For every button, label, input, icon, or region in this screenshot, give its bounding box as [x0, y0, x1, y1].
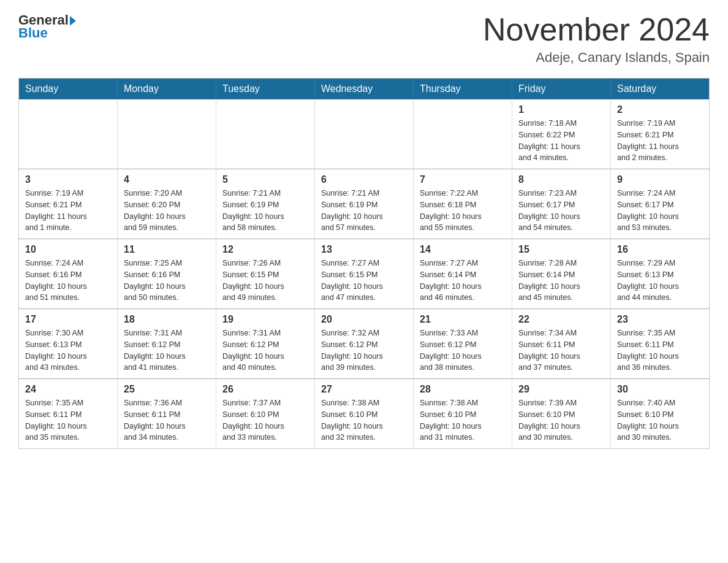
calendar-table: SundayMondayTuesdayWednesdayThursdayFrid… [18, 78, 710, 449]
weekday-header-wednesday: Wednesday [315, 79, 414, 100]
calendar-cell: 7Sunrise: 7:22 AM Sunset: 6:18 PM Daylig… [414, 169, 512, 239]
calendar-cell: 30Sunrise: 7:40 AM Sunset: 6:10 PM Dayli… [611, 379, 710, 449]
day-number: 8 [518, 174, 604, 185]
day-number: 16 [617, 244, 703, 255]
day-number: 20 [321, 314, 407, 325]
logo-arrow-icon [70, 16, 76, 26]
calendar-cell: 9Sunrise: 7:24 AM Sunset: 6:17 PM Daylig… [611, 169, 710, 239]
calendar-cell: 10Sunrise: 7:24 AM Sunset: 6:16 PM Dayli… [19, 239, 118, 309]
weekday-header-row: SundayMondayTuesdayWednesdayThursdayFrid… [19, 79, 710, 100]
day-number: 1 [518, 104, 604, 115]
day-number: 19 [222, 314, 308, 325]
day-number: 23 [617, 314, 703, 325]
calendar-cell: 29Sunrise: 7:39 AM Sunset: 6:10 PM Dayli… [512, 379, 611, 449]
day-info: Sunrise: 7:35 AM Sunset: 6:11 PM Dayligh… [617, 327, 703, 373]
day-number: 9 [617, 174, 703, 185]
day-info: Sunrise: 7:27 AM Sunset: 6:14 PM Dayligh… [420, 258, 506, 304]
day-number: 26 [222, 384, 308, 395]
calendar-cell: 22Sunrise: 7:34 AM Sunset: 6:11 PM Dayli… [512, 309, 611, 379]
calendar-cell: 11Sunrise: 7:25 AM Sunset: 6:16 PM Dayli… [118, 239, 216, 309]
calendar-week-row: 1Sunrise: 7:18 AM Sunset: 6:22 PM Daylig… [19, 99, 710, 169]
calendar-cell [118, 99, 216, 169]
day-number: 13 [321, 244, 407, 255]
day-number: 29 [518, 384, 604, 395]
weekday-header-sunday: Sunday [19, 79, 118, 100]
calendar-cell: 4Sunrise: 7:20 AM Sunset: 6:20 PM Daylig… [118, 169, 216, 239]
weekday-header-tuesday: Tuesday [216, 79, 315, 100]
day-info: Sunrise: 7:25 AM Sunset: 6:16 PM Dayligh… [124, 258, 210, 304]
day-number: 6 [321, 174, 407, 185]
calendar-cell: 17Sunrise: 7:30 AM Sunset: 6:13 PM Dayli… [19, 309, 118, 379]
calendar-cell: 27Sunrise: 7:38 AM Sunset: 6:10 PM Dayli… [315, 379, 414, 449]
calendar-cell: 18Sunrise: 7:31 AM Sunset: 6:12 PM Dayli… [118, 309, 216, 379]
calendar-cell [315, 99, 414, 169]
logo-blue-text: Blue [18, 25, 48, 41]
weekday-header-saturday: Saturday [611, 79, 710, 100]
calendar-cell: 26Sunrise: 7:37 AM Sunset: 6:10 PM Dayli… [216, 379, 315, 449]
day-info: Sunrise: 7:36 AM Sunset: 6:11 PM Dayligh… [124, 397, 210, 443]
calendar-cell: 23Sunrise: 7:35 AM Sunset: 6:11 PM Dayli… [611, 309, 710, 379]
day-info: Sunrise: 7:18 AM Sunset: 6:22 PM Dayligh… [518, 118, 604, 164]
weekday-header-friday: Friday [512, 79, 611, 100]
location-title: Adeje, Canary Islands, Spain [483, 50, 710, 66]
calendar-cell: 3Sunrise: 7:19 AM Sunset: 6:21 PM Daylig… [19, 169, 118, 239]
day-number: 4 [124, 174, 210, 185]
day-info: Sunrise: 7:31 AM Sunset: 6:12 PM Dayligh… [222, 327, 308, 373]
calendar-cell: 1Sunrise: 7:18 AM Sunset: 6:22 PM Daylig… [512, 99, 611, 169]
calendar-cell: 25Sunrise: 7:36 AM Sunset: 6:11 PM Dayli… [118, 379, 216, 449]
calendar-cell [414, 99, 512, 169]
day-info: Sunrise: 7:26 AM Sunset: 6:15 PM Dayligh… [222, 258, 308, 304]
calendar-cell [19, 99, 118, 169]
calendar-week-row: 10Sunrise: 7:24 AM Sunset: 6:16 PM Dayli… [19, 239, 710, 309]
calendar-cell: 13Sunrise: 7:27 AM Sunset: 6:15 PM Dayli… [315, 239, 414, 309]
month-title: November 2024 [483, 12, 710, 47]
day-info: Sunrise: 7:37 AM Sunset: 6:10 PM Dayligh… [222, 397, 308, 443]
calendar-cell: 28Sunrise: 7:38 AM Sunset: 6:10 PM Dayli… [414, 379, 512, 449]
day-number: 14 [420, 244, 506, 255]
day-number: 28 [420, 384, 506, 395]
calendar-cell: 14Sunrise: 7:27 AM Sunset: 6:14 PM Dayli… [414, 239, 512, 309]
calendar-week-row: 17Sunrise: 7:30 AM Sunset: 6:13 PM Dayli… [19, 309, 710, 379]
calendar-cell: 19Sunrise: 7:31 AM Sunset: 6:12 PM Dayli… [216, 309, 315, 379]
day-info: Sunrise: 7:28 AM Sunset: 6:14 PM Dayligh… [518, 258, 604, 304]
day-info: Sunrise: 7:35 AM Sunset: 6:11 PM Dayligh… [25, 397, 111, 443]
day-info: Sunrise: 7:23 AM Sunset: 6:17 PM Dayligh… [518, 188, 604, 234]
day-number: 11 [124, 244, 210, 255]
calendar-cell: 8Sunrise: 7:23 AM Sunset: 6:17 PM Daylig… [512, 169, 611, 239]
day-info: Sunrise: 7:20 AM Sunset: 6:20 PM Dayligh… [124, 188, 210, 234]
day-number: 27 [321, 384, 407, 395]
calendar-week-row: 24Sunrise: 7:35 AM Sunset: 6:11 PM Dayli… [19, 379, 710, 449]
day-number: 17 [25, 314, 111, 325]
day-number: 15 [518, 244, 604, 255]
logo: General Blue [18, 12, 76, 41]
day-number: 3 [25, 174, 111, 185]
day-number: 30 [617, 384, 703, 395]
day-info: Sunrise: 7:29 AM Sunset: 6:13 PM Dayligh… [617, 258, 703, 304]
day-number: 18 [124, 314, 210, 325]
day-info: Sunrise: 7:34 AM Sunset: 6:11 PM Dayligh… [518, 327, 604, 373]
day-number: 2 [617, 104, 703, 115]
day-info: Sunrise: 7:30 AM Sunset: 6:13 PM Dayligh… [25, 327, 111, 373]
day-info: Sunrise: 7:40 AM Sunset: 6:10 PM Dayligh… [617, 397, 703, 443]
day-info: Sunrise: 7:22 AM Sunset: 6:18 PM Dayligh… [420, 188, 506, 234]
day-info: Sunrise: 7:31 AM Sunset: 6:12 PM Dayligh… [124, 327, 210, 373]
day-info: Sunrise: 7:38 AM Sunset: 6:10 PM Dayligh… [321, 397, 407, 443]
calendar-cell: 15Sunrise: 7:28 AM Sunset: 6:14 PM Dayli… [512, 239, 611, 309]
calendar-cell: 6Sunrise: 7:21 AM Sunset: 6:19 PM Daylig… [315, 169, 414, 239]
day-number: 10 [25, 244, 111, 255]
day-number: 7 [420, 174, 506, 185]
day-number: 24 [25, 384, 111, 395]
calendar-cell: 16Sunrise: 7:29 AM Sunset: 6:13 PM Dayli… [611, 239, 710, 309]
day-info: Sunrise: 7:21 AM Sunset: 6:19 PM Dayligh… [222, 188, 308, 234]
calendar-cell [216, 99, 315, 169]
weekday-header-thursday: Thursday [414, 79, 512, 100]
day-info: Sunrise: 7:38 AM Sunset: 6:10 PM Dayligh… [420, 397, 506, 443]
day-number: 21 [420, 314, 506, 325]
day-info: Sunrise: 7:24 AM Sunset: 6:17 PM Dayligh… [617, 188, 703, 234]
calendar-cell: 21Sunrise: 7:33 AM Sunset: 6:12 PM Dayli… [414, 309, 512, 379]
day-info: Sunrise: 7:24 AM Sunset: 6:16 PM Dayligh… [25, 258, 111, 304]
day-number: 25 [124, 384, 210, 395]
calendar-cell: 24Sunrise: 7:35 AM Sunset: 6:11 PM Dayli… [19, 379, 118, 449]
calendar-cell: 12Sunrise: 7:26 AM Sunset: 6:15 PM Dayli… [216, 239, 315, 309]
title-section: November 2024 Adeje, Canary Islands, Spa… [483, 12, 710, 66]
